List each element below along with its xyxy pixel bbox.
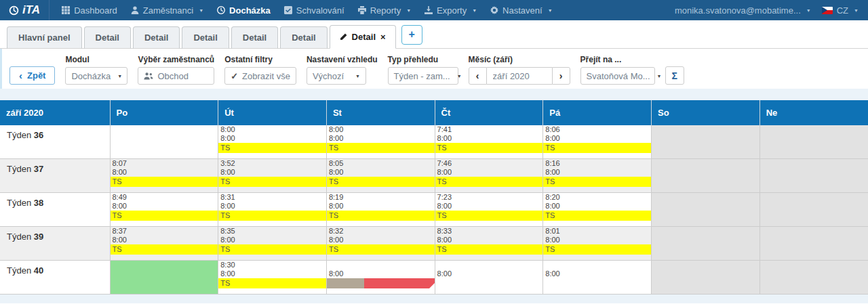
nav-zamestnanci[interactable]: Zaměstnanci ▼	[124, 0, 210, 20]
day-cell[interactable]	[110, 261, 218, 295]
day-cell[interactable]: 8:378:00TS	[110, 227, 218, 261]
day-cell	[760, 193, 868, 227]
time-value: 3:52	[218, 159, 326, 168]
day-cell[interactable]: 7:468:00TS	[435, 159, 543, 193]
nav-schvalovani[interactable]: Schvalování	[277, 0, 351, 20]
day-cell[interactable]: 8:00	[326, 261, 435, 295]
time-value: 8:00	[543, 236, 651, 244]
tab-detail-3[interactable]: Detail	[182, 26, 229, 49]
time-value: 8:00	[327, 125, 435, 134]
nav-label: Schvalování	[296, 5, 344, 16]
day-cell[interactable]: 8:338:00TS	[435, 227, 543, 261]
nav-reporty[interactable]: Reporty ▼	[351, 0, 418, 20]
ts-badge: TS	[218, 177, 326, 187]
time-value: 8:00	[218, 202, 326, 211]
day-cell[interactable]: 8:068:00TS	[543, 125, 652, 159]
nav-nastaveni[interactable]: Nastavení ▼	[484, 0, 559, 20]
time-value: 8:00	[435, 134, 543, 143]
day-cell[interactable]: 7:418:00TS	[435, 125, 543, 159]
status-band	[327, 278, 435, 288]
user-menu[interactable]: monika.svatonova@mobatime... ▼	[675, 5, 811, 16]
time-value: 8:07	[111, 159, 218, 168]
add-tab-button[interactable]: +	[401, 25, 422, 45]
language-code: CZ	[837, 5, 848, 16]
day-cell[interactable]: 8:058:00TS	[326, 159, 435, 193]
prejit-na-select[interactable]: Svatoňová Mo... ▼	[580, 67, 655, 85]
day-cell[interactable]: 8:168:00TS	[543, 159, 652, 193]
back-button[interactable]: ‹ Zpět	[9, 66, 55, 85]
tab-detail-4[interactable]: Detail	[231, 26, 278, 49]
ts-badge: TS	[327, 244, 435, 255]
nav-dashboard[interactable]: Dashboard	[55, 0, 124, 20]
check-icon: ✓	[231, 71, 238, 81]
typ-prehledu-select[interactable]: Týden - zam... ▼	[388, 67, 458, 85]
ts-badge: TS	[543, 244, 651, 255]
ts-badge: TS	[327, 211, 435, 221]
day-cell[interactable]: 3:528:00TS	[218, 159, 327, 193]
ts-badge: TS	[435, 244, 543, 255]
modul-select[interactable]: Docházka ▼	[65, 67, 127, 85]
ostatni-filtry-button[interactable]: ✓ Zobrazit vše	[224, 67, 296, 85]
day-cell[interactable]: 8:198:00TS	[326, 193, 435, 227]
language-menu[interactable]: CZ ▼	[822, 5, 859, 16]
time-value: 8:37	[111, 227, 218, 236]
tab-detail-5[interactable]: Detail	[280, 26, 327, 49]
day-header-pa: Pá	[543, 100, 652, 125]
day-header-ut: Út	[218, 100, 327, 125]
ts-badge: TS	[111, 211, 218, 221]
day-cell[interactable]: 8:00	[543, 261, 652, 295]
tab-detail-active[interactable]: Detail ×	[330, 25, 396, 49]
time-value: 8:00	[435, 168, 543, 177]
clock-icon	[217, 6, 225, 14]
ts-badge: TS	[435, 143, 543, 153]
day-cell[interactable]: 8:208:00TS	[543, 193, 652, 227]
time-value	[435, 261, 543, 269]
day-cell[interactable]: 8:328:00TS	[326, 227, 435, 261]
day-cell[interactable]: 8:00	[435, 261, 543, 295]
day-cell[interactable]: 8:318:00TS	[218, 193, 327, 227]
vyber-zamestnancu-value: Obchod	[157, 71, 189, 81]
brand-logo[interactable]: iTA	[0, 3, 49, 17]
day-cell[interactable]	[110, 125, 218, 159]
close-icon[interactable]: ×	[380, 32, 386, 42]
tab-detail-2[interactable]: Detail	[133, 26, 180, 49]
day-cell[interactable]: 8:008:00TS	[326, 125, 435, 159]
day-cell[interactable]: 7:238:00TS	[435, 193, 543, 227]
caret-down-icon: ▼	[199, 8, 203, 13]
time-value: 8:00	[435, 202, 543, 211]
nav-divider	[49, 0, 50, 20]
vyber-zamestnancu-button[interactable]: Obchod	[138, 67, 214, 85]
nav-exporty[interactable]: Exporty ▼	[418, 0, 484, 20]
day-cell[interactable]: 8:358:00TS	[218, 227, 327, 261]
time-value: 8:00	[327, 134, 435, 143]
ts-badge: TS	[218, 244, 326, 255]
day-cell[interactable]: 8:008:00TS	[218, 125, 327, 159]
ts-badge: TS	[218, 278, 326, 288]
prev-month-button[interactable]: ‹	[469, 67, 487, 85]
time-value: 8:00	[218, 134, 326, 143]
day-cell[interactable]: 8:078:00TS	[110, 159, 218, 193]
sum-button[interactable]: Σ	[665, 66, 684, 85]
caret-down-icon: ▼	[657, 74, 662, 79]
nav-label: Docházka	[229, 5, 271, 16]
tab-detail-1[interactable]: Detail	[84, 26, 131, 49]
time-value	[543, 261, 651, 269]
corner-notch	[429, 283, 435, 288]
time-value: 8:00	[111, 236, 218, 244]
day-cell[interactable]: 8:018:00TS	[543, 227, 652, 261]
time-value: 8:00	[327, 202, 435, 211]
month-input[interactable]	[487, 67, 552, 85]
nastaveni-vzhledu-select[interactable]: Výchozí ▼	[307, 67, 366, 85]
back-label: Zpět	[27, 70, 45, 81]
day-cell[interactable]: 8:498:00TS	[110, 193, 218, 227]
ostatni-filtry-value: Zobrazit vše	[242, 71, 290, 81]
nav-dochazka[interactable]: Docházka	[210, 0, 277, 20]
time-value: 8:20	[543, 193, 651, 202]
day-cell[interactable]: 8:308:00TS	[218, 261, 327, 295]
caret-down-icon: ▼	[355, 74, 360, 79]
top-navbar: iTA Dashboard Zaměstnanci ▼ Docházka Sch…	[0, 0, 868, 20]
tab-hlavni-panel[interactable]: Hlavní panel	[7, 26, 82, 49]
next-month-button[interactable]: ›	[552, 67, 570, 85]
table-row: Týden 368:008:00TS8:008:00TS7:418:00TS8:…	[0, 125, 868, 159]
table-row: Týden 388:498:00TS8:318:00TS8:198:00TS7:…	[0, 193, 868, 227]
